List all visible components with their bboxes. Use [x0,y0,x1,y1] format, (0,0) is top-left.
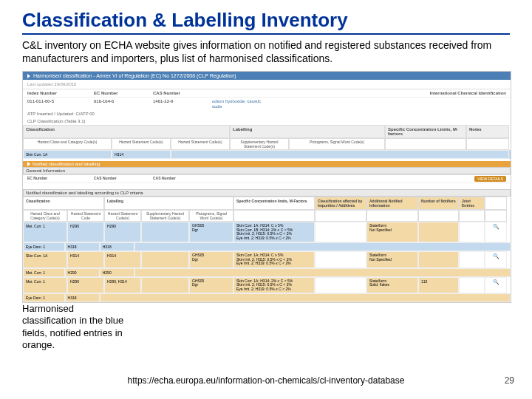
nsub-picto: Pictograms, Signal Word Code(s) [189,210,233,222]
nr-affected [315,277,366,294]
nr-joint [459,277,485,294]
nr-supp [141,277,189,294]
cell-ec: 616-164-6 [94,99,138,109]
notified-header-text: Notified classification and labelling [33,162,100,166]
nr-class: Met. Corr. 1 [23,277,67,294]
harm-code: H314 [112,150,171,159]
sub-hazstmt: Hazard Statement Code(s) [112,138,171,150]
general-info-bar: General Information [23,167,511,174]
caption-text: Harmonised classification in the blue fi… [22,303,129,351]
notif-row-blue-2: Eye Dam. 1 H318 H318 [23,242,511,251]
id-columns: Index Number EC Number CAS Number Intern… [23,89,511,97]
last-updated: Last updated 29/09/2016 [23,80,511,89]
nr-code: H290 [67,222,104,242]
footer-url: https://echa.europa.eu/information-on-ch… [0,375,532,386]
sub-supp: Supplementary Hazard Statement Code(s) [230,138,289,150]
nr-code: H314 [67,251,104,268]
nsub-affected [315,210,366,222]
hdr-classification: Classification [23,125,230,138]
nhdr-affected: Classification affected by Impurities / … [315,197,366,210]
nsub-supp: Supplementary Hazard Statement Code(s) [141,210,189,222]
gen-cols: EC Number CAS Number CAS Number VIEW DET… [23,174,511,183]
col-name: International Chemical Identification [212,91,506,95]
harm-rest [171,150,509,159]
nr-code2: H290 [100,268,134,277]
nr-code: H318 [65,242,100,251]
nsub-joint [459,210,485,222]
nr-rest [134,268,511,277]
nr-addl: State/form Solid: flakes [366,277,418,294]
notif-section-title: Notified classification and labelling ac… [23,189,511,197]
nr-code2: H290 [104,222,141,242]
cell-index: 011-011-00-5 [27,99,79,109]
nr-affected [315,222,366,242]
nr-supp [141,222,189,242]
harm-subheaders: Hazard Class and Category Code(s) Hazard… [23,138,511,150]
chevron-right-icon [27,74,30,78]
nr-notifiers: 115 [418,277,459,294]
nhdr-class: Classification [23,197,104,210]
nr-scl: Skin Corr. 1A; H314: C ≥ 5% Skin Corr. 1… [233,222,315,242]
hdr-labelling: Labelling [230,125,385,138]
nhdr-scl: Specific Concentration limits, M-Factors [233,197,315,210]
nr-rest [100,293,511,302]
nr-class: Skin Corr. 1A [23,251,67,268]
nr-code: H290 [67,277,104,294]
sub-hazstmt2: Hazard Statement Code(s) [171,138,230,150]
nr-picto: GHS05 Dgr [189,222,233,242]
nr-scl: Skin Corr. 1A; H314: C ≥ 5% Skin Irrit. … [233,251,315,268]
nr-code2: H318 [100,242,134,251]
nhdr-blank [485,197,507,210]
col-cas: CAS Number [153,91,197,95]
gen-col-cas2: CAS Number [153,176,197,182]
notif-row-orange: Met. Corr. 1 H290 H290, H314 GHS05 Dgr S… [23,277,511,294]
nr-addl: State/form Not Specified [366,222,418,242]
atp-note-1: ATP Inserted / Updated: C/ATP 00 [23,110,511,117]
gen-row [23,183,511,189]
echa-screenshot: Harmonised classification - Annex VI of … [22,71,511,303]
nsub-notifiers [418,210,459,222]
nr-class: Eye Dam. 1 [23,293,65,302]
harm-class: Skin Corr. 1A [23,150,112,159]
notif-subheaders: Hazard Class and Category Code(s) Hazard… [23,210,511,222]
nsub-hazcode: Hazard Statement Code [67,210,104,222]
nr-class: Eye Dam. 1 [23,242,65,251]
nr-picto: GHS05 Dgr [189,251,233,268]
magnifier-icon[interactable]: 🔍 [485,277,507,294]
notif-row-orange-b: Eye Dam. 1 H318 [23,293,511,302]
col-index: Index Number [27,91,79,95]
nr-code2: H290, H314 [104,277,141,294]
nhdr-notifiers: Number of Notifiers [418,197,459,210]
nr-supp [141,251,189,268]
magnifier-icon[interactable]: 🔍 [485,222,507,242]
page-number: 29 [505,375,514,386]
nsub-hazcode2: Hazard Statement Code(s) [104,210,141,222]
nr-code: H318 [65,293,100,302]
harm-data-row: Skin Corr. 1A H314 [23,150,511,159]
atp-note-2: CLP Classification (Table 3.1) [23,117,511,125]
notif-row-orange-b: Met. Corr. 1 H290 H290 [23,268,511,277]
notif-group-headers: Classification Labelling Specific Concen… [23,197,511,210]
view-details-button[interactable]: VIEW DETAILS [474,176,506,182]
nr-affected [315,251,366,268]
sub-notes [466,138,509,150]
nr-class: Met. Corr. 1 [23,268,65,277]
notified-header-bar: Notified classification and labelling [23,161,511,167]
harmonised-header-text: Harmonised classification - Annex VI of … [33,73,236,78]
nr-addl: State/form Not Specified [366,251,418,268]
notif-row-orange: Skin Corr. 1A H314 H314 GHS05 Dgr Skin C… [23,251,511,268]
magnifier-icon[interactable]: 🔍 [485,251,507,268]
nsub-scl [233,210,315,222]
sub-hazclass: Hazard Class and Category Code(s) [23,138,112,150]
col-ec: EC Number [94,91,138,95]
hdr-scl: Specific Concentration Limits, M-factors [385,125,466,138]
nr-notifiers [418,251,459,268]
chevron-right-icon [27,162,30,166]
cell-cas: 1461-22-9 [153,99,197,109]
nr-joint [459,251,485,268]
gen-col-ec: EC Number [27,176,79,182]
harmonised-header-bar: Harmonised classification - Annex VI of … [23,72,511,80]
nr-code2: H314 [104,251,141,268]
page-title: Classification & Labelling Inventory [22,9,510,35]
nsub-addl [366,210,418,222]
